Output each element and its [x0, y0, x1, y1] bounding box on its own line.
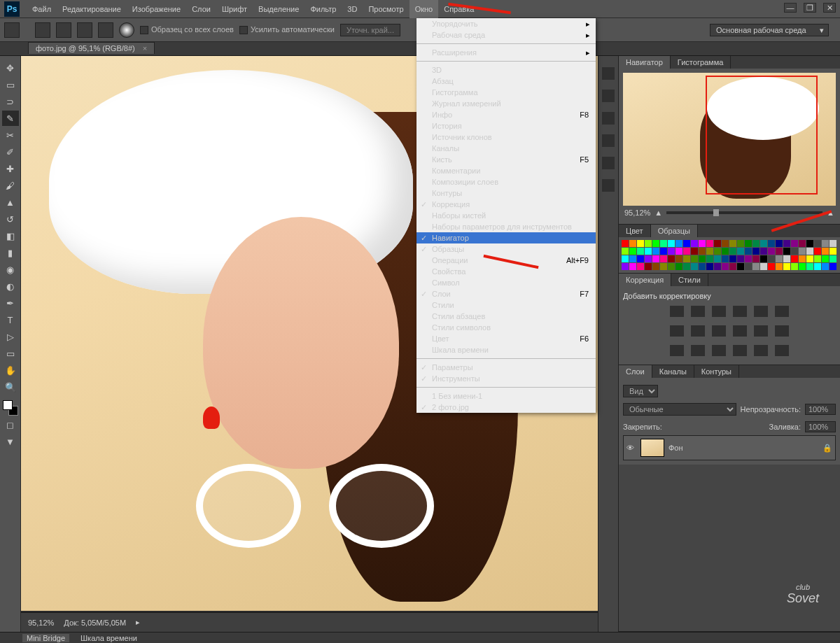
swatch[interactable] — [691, 248, 698, 255]
menu-item[interactable]: КистьF5 — [416, 154, 596, 165]
swatch[interactable] — [722, 255, 729, 262]
swatch[interactable] — [645, 248, 652, 255]
swatch[interactable] — [814, 263, 821, 270]
strip-icon[interactable] — [602, 67, 615, 80]
swatch[interactable] — [645, 255, 652, 262]
eyedropper-tool-icon[interactable]: ✐ — [2, 144, 19, 160]
strip-icon[interactable] — [602, 134, 615, 147]
menu-item[interactable]: 3D — [416, 64, 596, 76]
tab-channels[interactable]: Каналы — [652, 365, 694, 378]
swatch[interactable] — [799, 248, 806, 255]
menu-item[interactable]: ✓Навигатор — [416, 232, 596, 243]
menu-item[interactable]: Абзац — [416, 76, 596, 87]
swatch[interactable] — [768, 263, 775, 270]
swatch[interactable] — [652, 248, 659, 255]
filter-icon[interactable] — [662, 386, 673, 396]
swatch[interactable] — [660, 263, 667, 270]
swatch[interactable] — [645, 263, 652, 270]
visibility-icon[interactable]: 👁 — [626, 444, 636, 452]
eraser-tool-icon[interactable]: ◧ — [2, 228, 19, 243]
filter-icon[interactable] — [708, 386, 720, 396]
refine-edge-button[interactable]: Уточн. край... — [340, 24, 400, 36]
opacity-input[interactable] — [805, 404, 836, 415]
crop-tool-icon[interactable]: ✂ — [2, 127, 19, 143]
swatch[interactable] — [776, 263, 783, 270]
menu-window[interactable]: Окно — [410, 0, 439, 18]
menu-select[interactable]: Выделение — [253, 0, 304, 18]
swatch[interactable] — [814, 248, 821, 255]
adj-icon[interactable] — [691, 345, 705, 356]
swatch[interactable] — [791, 263, 798, 270]
adj-icon[interactable] — [670, 325, 684, 337]
swatch[interactable] — [676, 263, 682, 270]
zoom-out-icon[interactable]: ▲ — [654, 209, 662, 217]
tab-swatches[interactable]: Образцы — [651, 225, 698, 237]
tool-preset-icon[interactable] — [4, 22, 20, 38]
swatch[interactable] — [783, 263, 790, 270]
dodge-tool-icon[interactable]: ◐ — [2, 278, 19, 294]
menu-item[interactable]: Комментарии — [416, 165, 596, 176]
swatch[interactable] — [629, 240, 636, 247]
swatch[interactable] — [737, 255, 744, 262]
swatch[interactable] — [683, 240, 690, 247]
swatch[interactable] — [683, 263, 690, 270]
menu-file[interactable]: Файл — [27, 0, 57, 18]
menu-layers[interactable]: Слои — [186, 0, 216, 18]
gradient-tool-icon[interactable]: ▮ — [2, 245, 19, 260]
swatch[interactable] — [737, 263, 744, 270]
swatch[interactable] — [699, 248, 706, 255]
fill-input[interactable] — [805, 421, 836, 432]
swatch[interactable] — [768, 240, 775, 247]
menu-edit[interactable]: Редактирование — [57, 0, 127, 18]
swatch[interactable] — [699, 240, 706, 247]
swatch[interactable] — [683, 248, 690, 255]
healing-tool-icon[interactable]: ✚ — [2, 161, 19, 176]
swatch[interactable] — [691, 240, 698, 247]
strip-icon[interactable] — [602, 179, 615, 192]
swatch[interactable] — [706, 255, 713, 262]
auto-enhance-checkbox[interactable] — [239, 26, 248, 34]
menu-type[interactable]: Шрифт — [216, 0, 253, 18]
adj-icon[interactable] — [733, 325, 747, 337]
swatch[interactable] — [660, 255, 667, 262]
swatch[interactable] — [714, 263, 721, 270]
swatch[interactable] — [706, 240, 713, 247]
swatch[interactable] — [652, 263, 659, 270]
swatch[interactable] — [752, 263, 760, 270]
quick-select-tool-icon[interactable]: ✎ — [2, 111, 19, 126]
adj-icon[interactable] — [775, 306, 789, 317]
close-icon[interactable]: ✕ — [823, 3, 836, 13]
swatch[interactable] — [629, 248, 636, 255]
adj-icon[interactable] — [712, 306, 726, 317]
swatch[interactable] — [668, 240, 675, 247]
menu-item[interactable]: Каналы — [416, 143, 596, 154]
swatch[interactable] — [660, 248, 667, 255]
filter-icon[interactable] — [724, 386, 735, 396]
navigator-view-box[interactable] — [706, 76, 818, 195]
window-menu-dropdown[interactable]: УпорядочитьРабочая средаРасширения3DАбза… — [416, 18, 596, 413]
swatch[interactable] — [822, 263, 829, 270]
menu-filter[interactable]: Фильтр — [304, 0, 342, 18]
swatch[interactable] — [699, 263, 706, 270]
swatch[interactable] — [799, 255, 806, 262]
swatch[interactable] — [652, 240, 659, 247]
status-arrow-icon[interactable]: ▸ — [136, 618, 140, 627]
lock-icon[interactable] — [708, 422, 718, 432]
menu-item[interactable]: 1 Без имени-1 — [416, 390, 596, 402]
swatch[interactable] — [806, 255, 813, 262]
swatch[interactable] — [706, 263, 713, 270]
lock-icon[interactable] — [694, 422, 704, 432]
adj-icon[interactable] — [754, 306, 768, 317]
swatch[interactable] — [822, 248, 829, 255]
tab-navigator[interactable]: Навигатор — [619, 56, 671, 69]
swatch[interactable] — [806, 263, 813, 270]
navigator-thumbnail[interactable] — [623, 73, 836, 206]
adj-icon[interactable] — [712, 345, 726, 356]
swatch[interactable] — [629, 255, 636, 262]
screenmode-icon[interactable]: ▼ — [2, 434, 19, 449]
menu-item[interactable]: Символ — [416, 277, 596, 288]
tab-histogram[interactable]: Гистограмма — [671, 56, 732, 69]
brush-tool-icon[interactable]: 🖌 — [2, 178, 19, 193]
swatch[interactable] — [660, 240, 667, 247]
brush-size-icon[interactable] — [119, 22, 134, 38]
